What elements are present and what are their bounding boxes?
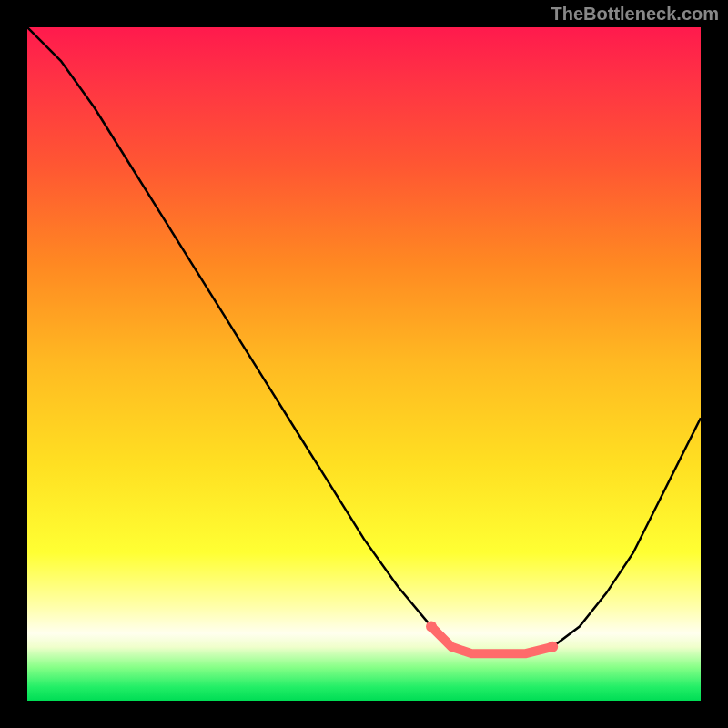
highlight-end-dot <box>426 622 437 632</box>
curve-svg <box>27 27 701 701</box>
optimal-range-highlight <box>431 627 552 654</box>
highlight-end-dot <box>547 642 558 652</box>
bottleneck-curve <box>27 27 701 653</box>
watermark-text: TheBottleneck.com <box>551 4 719 25</box>
plot-area <box>27 27 701 701</box>
